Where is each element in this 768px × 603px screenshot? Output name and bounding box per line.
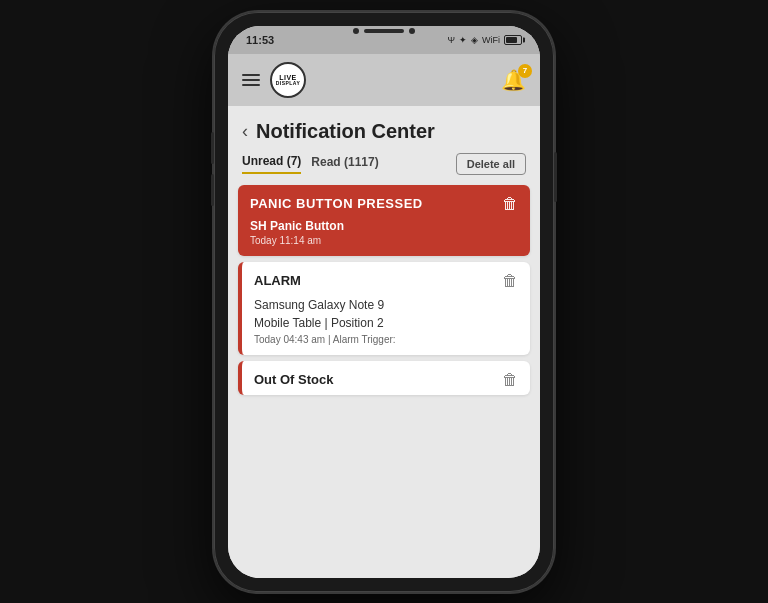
notch-area [353,28,415,34]
alarm-detail-label: Mobile Table | Position 2 [254,314,518,332]
alarm-time-label: Today 04:43 am | Alarm Trigger: [254,334,518,345]
notification-alarm[interactable]: ALARM 🗑 Samsung Galaxy Note 9 Mobile Tab… [238,262,530,355]
speaker-bar [364,29,404,33]
power-button[interactable] [554,152,557,202]
tab-unread[interactable]: Unread (7) [242,154,301,174]
logo-display-text: DISPLAY [276,81,301,86]
panic-device-label: SH Panic Button [250,219,518,233]
hamburger-menu-button[interactable] [242,74,260,86]
notification-out-of-stock[interactable]: Out Of Stock 🗑 [238,361,530,395]
tab-read[interactable]: Read (1117) [311,155,378,173]
panic-delete-icon[interactable]: 🗑 [502,195,518,213]
out-card-header: Out Of Stock 🗑 [242,361,530,395]
bluetooth-icon: ✦ [459,35,467,45]
phone-device: 11:53 Ψ ✦ ◈ WiFi LIVE [214,12,554,592]
tabs-row: Unread (7) Read (1117) Delete all [228,153,540,185]
notification-bell-wrapper[interactable]: 🔔 7 [501,68,526,92]
out-delete-icon[interactable]: 🗑 [502,371,518,389]
status-time: 11:53 [246,34,274,46]
panic-card-header: PANIC BUTTON PRESSED 🗑 [238,185,530,219]
wifi-icon: WiFi [482,35,500,45]
location-icon: ◈ [471,35,478,45]
sensor-dot [409,28,415,34]
panic-card-body: SH Panic Button Today 11:14 am [238,219,530,256]
alarm-device-label: Samsung Galaxy Note 9 [254,296,518,314]
panic-time-label: Today 11:14 am [250,235,518,246]
alarm-type-label: ALARM [254,273,301,288]
phone-screen: 11:53 Ψ ✦ ◈ WiFi LIVE [228,26,540,578]
out-type-label: Out Of Stock [254,372,333,387]
signal-icon: Ψ [447,35,455,45]
back-button[interactable]: ‹ [242,121,248,142]
notification-panic[interactable]: PANIC BUTTON PRESSED 🗑 SH Panic Button T… [238,185,530,256]
page-title: Notification Center [256,120,435,143]
panic-type-label: PANIC BUTTON PRESSED [250,196,423,211]
alarm-delete-icon[interactable]: 🗑 [502,272,518,290]
app-header: LIVE DISPLAY 🔔 7 [228,54,540,106]
alarm-card-header: ALARM 🗑 [242,262,530,296]
status-icons: Ψ ✦ ◈ WiFi [447,35,522,45]
volume-up-button[interactable] [211,132,214,164]
alarm-card-body: Samsung Galaxy Note 9 Mobile Table | Pos… [242,296,530,355]
camera-dot [353,28,359,34]
content-area: ‹ Notification Center Unread (7) Read (1… [228,106,540,578]
bell-badge: 7 [518,64,532,78]
battery-fill [506,37,517,43]
page-title-row: ‹ Notification Center [228,106,540,153]
volume-down-button[interactable] [211,174,214,206]
app-logo: LIVE DISPLAY [270,62,306,98]
notifications-list: PANIC BUTTON PRESSED 🗑 SH Panic Button T… [228,185,540,395]
delete-all-button[interactable]: Delete all [456,153,526,175]
battery-icon [504,35,522,45]
header-left: LIVE DISPLAY [242,62,306,98]
